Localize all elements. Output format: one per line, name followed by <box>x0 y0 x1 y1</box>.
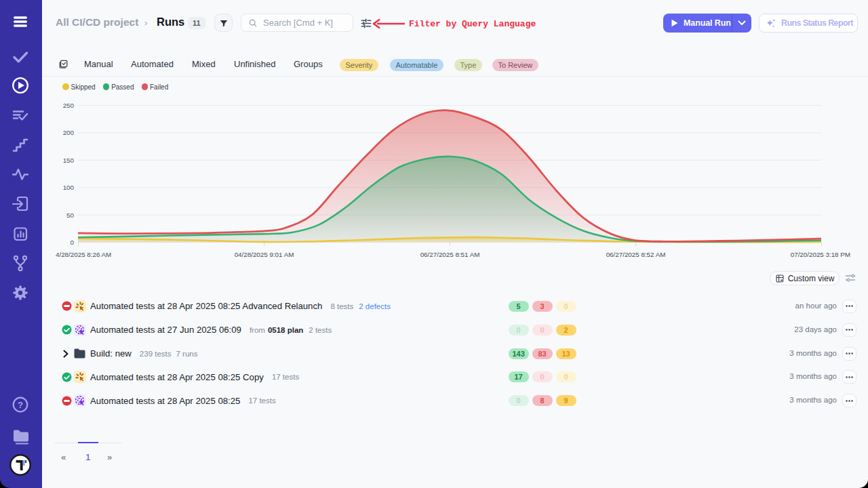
svg-text:06/27/2025 8:51 AM: 06/27/2025 8:51 AM <box>420 251 480 258</box>
svg-text:07/20/2025 3:18 PM: 07/20/2025 3:18 PM <box>791 251 850 258</box>
svg-text:250: 250 <box>63 102 75 109</box>
svg-text:?: ? <box>18 400 23 410</box>
svg-text:04/28/2025 9:01 AM: 04/28/2025 9:01 AM <box>235 251 294 258</box>
svg-text:06/27/2025 8:52 AM: 06/27/2025 8:52 AM <box>606 251 666 258</box>
svg-text:0: 0 <box>71 239 75 246</box>
svg-text:50: 50 <box>66 211 74 219</box>
svg-text:100: 100 <box>63 184 75 191</box>
svg-text:200: 200 <box>63 129 75 136</box>
svg-text:4/28/2025 8:26 AM: 4/28/2025 8:26 AM <box>56 251 111 258</box>
svg-text:150: 150 <box>63 157 75 164</box>
